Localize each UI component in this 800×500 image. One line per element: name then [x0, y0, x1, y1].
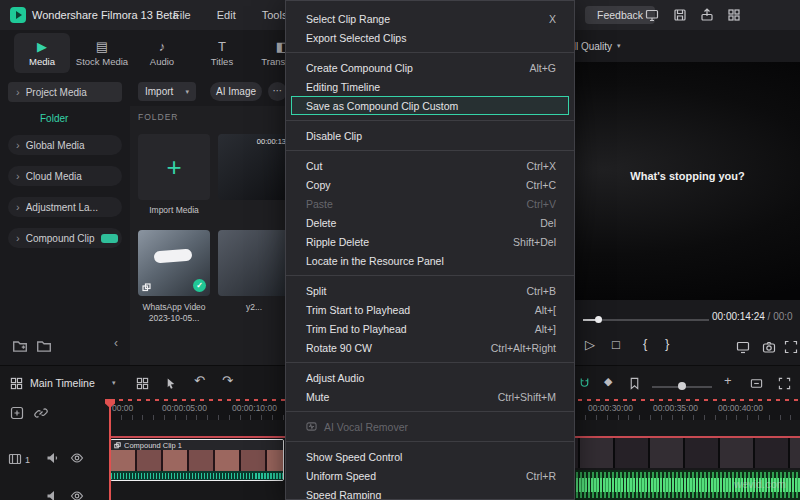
- menu-item-rotate-90-cw[interactable]: Rotate 90 CWCtrl+Alt+Right: [286, 338, 574, 357]
- menu-separator: [286, 441, 574, 442]
- sidebar-item-adjustment-la[interactable]: ›Adjustment La...: [8, 197, 122, 217]
- menu-item-label: Paste: [306, 198, 333, 210]
- expand-timeline-icon[interactable]: [778, 377, 791, 390]
- hide-track-icon[interactable]: [70, 489, 84, 500]
- menu-item-mute[interactable]: MuteCtrl+Shift+M: [286, 387, 574, 406]
- zoom-slider-knob[interactable]: [678, 382, 686, 390]
- render-preview-icon[interactable]: [736, 340, 750, 354]
- menu-item-delete[interactable]: DeleteDel: [286, 213, 574, 232]
- sidebar-item-project-media[interactable]: ›Project Media: [8, 82, 122, 102]
- current-time: 00:00:14:24: [712, 311, 765, 322]
- tab-stock-media[interactable]: ▤Stock Media: [74, 33, 130, 73]
- stop-button[interactable]: □: [612, 338, 620, 352]
- tab-label: Audio: [150, 56, 174, 67]
- marker-icon[interactable]: [628, 377, 641, 390]
- import-media-tile[interactable]: +: [138, 134, 210, 200]
- context-menu: Select Clip RangeXExport Selected ClipsC…: [285, 0, 575, 500]
- menu-item-disable-clip[interactable]: Disable Clip: [286, 126, 574, 145]
- redo-icon[interactable]: ↷: [222, 374, 233, 388]
- menu-item-shortcut: Ctrl+Alt+Right: [491, 342, 556, 354]
- menu-item-shortcut: X: [549, 13, 556, 25]
- manage-tracks-icon[interactable]: [136, 377, 149, 390]
- filmora-logo-icon: [10, 7, 26, 23]
- menu-item-shortcut: Alt+]: [535, 323, 556, 335]
- fit-timeline-icon[interactable]: [750, 377, 763, 390]
- menu-item-create-compound-clip[interactable]: Create Compound ClipAlt+G: [286, 58, 574, 77]
- media-clip-tile[interactable]: [218, 230, 290, 296]
- play-button[interactable]: ▷: [585, 338, 595, 352]
- menu-item-split[interactable]: SplitCtrl+B: [286, 281, 574, 300]
- undo-icon[interactable]: ↶: [194, 374, 205, 388]
- clip-filmstrip: [111, 450, 283, 471]
- menu-item-save-as-compound-clip-custom[interactable]: Save as Compound Clip Custom: [291, 96, 569, 115]
- clip-name-bar: Compound Clip 1: [111, 440, 283, 450]
- sidebar-item-compound-clip[interactable]: ›Compound Clip: [8, 228, 122, 248]
- audio-icon: ♪: [159, 40, 166, 54]
- ai-image-button[interactable]: AI Image: [210, 82, 262, 101]
- menu-item-paste[interactable]: PasteCtrl+V: [286, 194, 574, 213]
- layout-grid-icon[interactable]: [727, 8, 741, 22]
- menu-item-uniform-speed[interactable]: Uniform SpeedCtrl+R: [286, 466, 574, 485]
- titles-icon: T: [218, 40, 226, 54]
- media-clip-tile[interactable]: 00:00:13: [218, 134, 290, 200]
- fullscreen-icon[interactable]: [784, 340, 798, 354]
- timeline-grid-icon: [10, 377, 23, 390]
- menu-item-label: Save as Compound Clip Custom: [306, 100, 458, 112]
- tile-label: y2...: [218, 302, 290, 313]
- collapse-sidebar-button[interactable]: ‹: [108, 336, 124, 352]
- menu-item-export-selected-clips[interactable]: Export Selected Clips: [286, 28, 574, 47]
- import-label: Import: [145, 86, 173, 97]
- mute-track-icon[interactable]: [46, 489, 60, 500]
- menu-item-select-clip-range[interactable]: Select Clip RangeX: [286, 9, 574, 28]
- menu-item-editing-timeline[interactable]: Editing Timeline: [286, 77, 574, 96]
- ruler-label: 00:00:40:00: [718, 403, 763, 413]
- zoom-in-icon[interactable]: +: [724, 374, 732, 388]
- sidebar-item-cloud-media[interactable]: ›Cloud Media: [8, 166, 122, 186]
- menu-item-adjust-audio[interactable]: Adjust Audio: [286, 368, 574, 387]
- link-clips-icon[interactable]: [34, 406, 48, 420]
- clip-waveform: [111, 471, 283, 481]
- snapshot-camera-icon[interactable]: [762, 340, 776, 354]
- menu-item-locate-in-the-resource-panel[interactable]: Locate in the Resource Panel: [286, 251, 574, 270]
- sidebar-item-global-media[interactable]: ›Global Media: [8, 135, 122, 155]
- menu-item-label: Split: [306, 285, 326, 297]
- add-track-icon[interactable]: [10, 406, 24, 420]
- whatsapp-video-tile[interactable]: ✓: [138, 230, 210, 296]
- menu-item-ai-vocal-remover[interactable]: AI Vocal Remover: [286, 417, 574, 436]
- menu-item-trim-end-to-playhead[interactable]: Trim End to PlayheadAlt+]: [286, 319, 574, 338]
- playhead[interactable]: [109, 400, 111, 500]
- menu-item-label: Cut: [306, 160, 322, 172]
- snap-magnet-icon[interactable]: [578, 377, 591, 390]
- tab-audio[interactable]: ♪Audio: [134, 33, 190, 73]
- menu-item-label: Adjust Audio: [306, 372, 364, 384]
- main-timeline-dropdown[interactable]: Main Timeline: [30, 371, 95, 395]
- mute-track-icon[interactable]: [46, 451, 60, 465]
- mark-in-button[interactable]: {: [643, 337, 647, 351]
- menu-item-trim-start-to-playhead[interactable]: Trim Start to PlayheadAlt+[: [286, 300, 574, 319]
- new-folder-icon[interactable]: [12, 338, 28, 353]
- menu-item-cut[interactable]: CutCtrl+X: [286, 156, 574, 175]
- menu-item-ripple-delete[interactable]: Ripple DeleteShift+Del: [286, 232, 574, 251]
- sidebar-folder-folder[interactable]: Folder: [40, 113, 130, 124]
- folder-icon[interactable]: [36, 338, 52, 353]
- import-dropdown[interactable]: Import ▾: [138, 82, 196, 101]
- menu-item-shortcut: Ctrl+B: [527, 285, 556, 297]
- pointer-tool-icon[interactable]: [164, 377, 177, 390]
- hide-track-icon[interactable]: [70, 451, 84, 465]
- sidebar: ›Project MediaFolder›Global Media›Cloud …: [0, 76, 130, 336]
- seek-knob[interactable]: [595, 316, 602, 323]
- menu-edit[interactable]: Edit: [204, 0, 249, 30]
- keyframe-icon[interactable]: ◆: [604, 374, 612, 388]
- menu-file[interactable]: File: [160, 0, 204, 30]
- tab-media[interactable]: ▶Media: [14, 33, 70, 73]
- save-icon[interactable]: [673, 8, 687, 22]
- menu-item-show-speed-control[interactable]: Show Speed Control: [286, 447, 574, 466]
- screen-share-icon[interactable]: [645, 8, 659, 22]
- tab-titles[interactable]: TTitles: [194, 33, 250, 73]
- mark-out-button[interactable]: }: [665, 337, 669, 351]
- menu-item-copy[interactable]: CopyCtrl+C: [286, 175, 574, 194]
- menu-separator: [286, 275, 574, 276]
- compound-clip[interactable]: Compound Clip 1: [110, 439, 284, 481]
- menu-item-speed-ramping[interactable]: Speed Ramping: [286, 485, 574, 500]
- export-icon[interactable]: [700, 8, 714, 22]
